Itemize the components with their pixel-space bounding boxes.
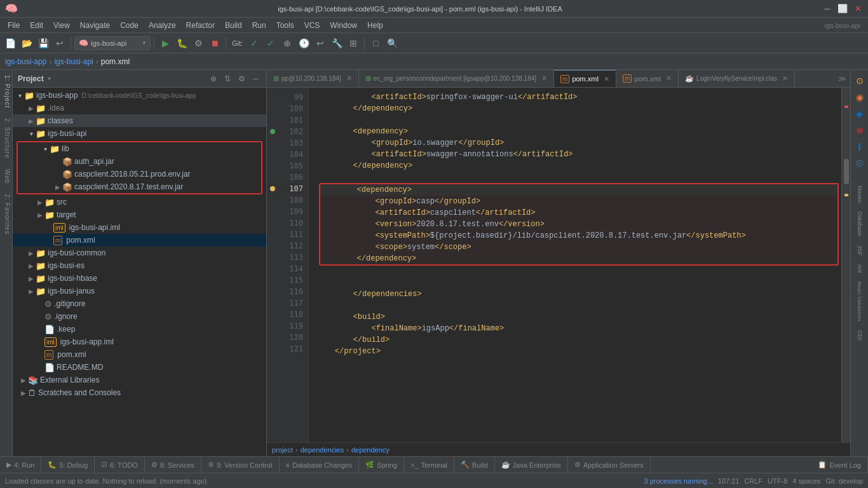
tree-igs-busi-api[interactable]: ▾ 📁 igs-busi-api [13, 127, 266, 140]
project-add-button[interactable]: ⊕ [208, 73, 219, 85]
tree-pom-xml-api[interactable]: m pom.xml [13, 234, 266, 247]
firefox-icon[interactable]: ◉ [853, 90, 867, 104]
project-settings-button[interactable]: ⚙ [236, 73, 247, 85]
tab-login[interactable]: ☕ LoginVeryfiyServiceImpl.clas ✕ [679, 70, 795, 87]
undo-button[interactable]: ↩ [52, 36, 67, 51]
breadcrumb-item-1[interactable]: igs-busi-app [5, 57, 46, 66]
terminal-button[interactable]: □ [368, 36, 383, 51]
processes-link[interactable]: 3 processes running... [644, 477, 712, 485]
menu-analyze[interactable]: Analyze [144, 18, 181, 33]
tab-login-close[interactable]: ✕ [782, 74, 788, 83]
tab-pom-active[interactable]: m pom.xml ✕ [554, 70, 616, 87]
status-indent[interactable]: 4 spaces [792, 477, 820, 485]
tree-igs-busi-janus[interactable]: ▶ 📁 igs-busi-janus [13, 285, 266, 297]
project-selector[interactable]: 🧠 igs-busi-api ▾ [74, 36, 151, 50]
search-button[interactable]: 🔍 [384, 36, 400, 51]
tab-pom2[interactable]: m pom.xml ✕ [616, 70, 679, 87]
btab-java-enterprise[interactable]: ☕Java Enterprise [495, 457, 568, 473]
tree-casp-2020-jar[interactable]: ▶ 📦 caspclient.2020.8.17.test.env.jar [18, 180, 261, 193]
code-content[interactable]: <artifactId>springfox-swagger-ui</artifa… [309, 88, 841, 442]
tab-pom-active-close[interactable]: ✕ [604, 75, 609, 83]
close-button[interactable]: ✕ [853, 4, 863, 14]
git-rollback-button[interactable]: ↩ [313, 36, 328, 51]
tree-igs-busi-common[interactable]: ▶ 📁 igs-busi-common [13, 247, 266, 259]
btab-run[interactable]: ▶4: Run [0, 457, 41, 473]
jsf-tab[interactable]: JSF [855, 241, 864, 259]
git-push-button[interactable]: ✓ [263, 36, 278, 51]
menu-vcs[interactable]: VCS [299, 18, 325, 33]
chrome-icon[interactable]: ⊙ [853, 74, 867, 88]
ebc-dependency[interactable]: dependency [351, 446, 390, 454]
debug-button[interactable]: 🐛 [174, 36, 189, 51]
git-history-button[interactable]: 🕐 [296, 36, 311, 51]
btab-db-changes[interactable]: ≡Database Changes [280, 457, 360, 473]
tree-app-iml[interactable]: iml igs-busi-app.iml [13, 336, 266, 348]
menu-edit[interactable]: Edit [25, 18, 48, 33]
run-config-button[interactable]: ⚙ [191, 36, 206, 51]
database-tab[interactable]: Database [855, 208, 864, 240]
run-button[interactable]: ▶ [158, 36, 173, 51]
btab-services[interactable]: ⚙8: Services [145, 457, 201, 473]
save-button[interactable]: 💾 [36, 36, 51, 51]
scroll-bar-area[interactable] [841, 88, 850, 442]
tab-db2[interactable]: ⊞ ec_org_personconndepartment [igsapp@10… [359, 70, 554, 87]
ie-icon[interactable]: ℹ [853, 140, 867, 154]
tree-ext-libs[interactable]: ▶ 📚 External Libraries [13, 374, 266, 386]
btab-event-log[interactable]: 📋Event Log [811, 457, 868, 473]
minimize-button[interactable]: ─ [822, 4, 832, 14]
tree-target[interactable]: ▶ 📁 target [13, 208, 266, 221]
menu-view[interactable]: View [48, 18, 75, 33]
stop-button[interactable]: ⏹ [207, 36, 222, 51]
tree-igs-busi-hbase[interactable]: ▶ 📁 igs-busi-hbase [13, 272, 266, 285]
git-branch-button[interactable]: ⊕ [280, 36, 295, 51]
btab-app-servers[interactable]: ⚙Application Servers [568, 457, 651, 473]
btab-build[interactable]: 🔨Build [454, 457, 494, 473]
tree-pom-xml-root[interactable]: m pom.xml [13, 348, 266, 361]
tree-auth-api-jar[interactable]: 📦 auth_api.jar [18, 155, 261, 168]
bean-validation-tab[interactable]: Bean Validation [855, 278, 864, 325]
project-minimize-button[interactable]: ─ [250, 73, 261, 85]
cdi-tab[interactable]: CDI [855, 327, 864, 344]
menu-help[interactable]: Help [362, 18, 388, 33]
tree-ignore[interactable]: ⚙ .ignore [13, 310, 266, 323]
menu-code[interactable]: Code [115, 18, 144, 33]
tab-web[interactable]: Web [0, 164, 12, 189]
btab-vcs[interactable]: ⑨9: Version Control [201, 457, 279, 473]
menu-file[interactable]: File [3, 18, 25, 33]
ebc-dependencies[interactable]: dependencies [301, 446, 344, 454]
open-button[interactable]: 📂 [19, 36, 34, 51]
status-linesep[interactable]: CRLF [744, 477, 763, 485]
safari-icon[interactable]: ⦾ [853, 156, 867, 170]
tree-scratches[interactable]: ▶ 🗒 Scratches and Consoles [13, 386, 266, 399]
git-update-button[interactable]: ✓ [247, 36, 262, 51]
tab-db1[interactable]: ⊞ pp@10.200.138.184] ✕ [267, 70, 359, 87]
tab-db1-close[interactable]: ✕ [346, 74, 352, 83]
tree-igs-busi-es[interactable]: ▶ 📁 igs-busi-es [13, 259, 266, 272]
tree-src[interactable]: ▶ 📁 src [13, 196, 266, 208]
maven-tab[interactable]: Maven [855, 182, 864, 207]
tab-overflow[interactable]: ≫ [834, 70, 850, 87]
breadcrumb-item-2[interactable]: igs-busi-api [54, 57, 93, 66]
tab-structure[interactable]: 2: Structure [0, 113, 12, 164]
tab-project[interactable]: 1: Project [0, 70, 12, 113]
menu-window[interactable]: Window [325, 18, 362, 33]
tab-db2-close[interactable]: ✕ [541, 74, 547, 83]
git-extra-button[interactable]: ⊞ [346, 36, 361, 51]
tab-pom2-close[interactable]: ✕ [666, 74, 672, 83]
tree-api-iml[interactable]: iml igs-busi-api.iml [13, 221, 266, 234]
tree-root[interactable]: ▾ 📁 igs-busi-app D:\cebbank-code\IGS_cod… [13, 89, 266, 102]
tree-casp-2018-jar[interactable]: 📦 caspclient.2018.05.21.prod.env.jar [18, 168, 261, 180]
edge-icon[interactable]: ◈ [853, 107, 867, 121]
tree-readme[interactable]: 📄 README.MD [13, 361, 266, 374]
menu-tools[interactable]: Tools [271, 18, 299, 33]
tree-classes[interactable]: ▶ 📁 classes [13, 114, 266, 127]
git-config-button[interactable]: 🔧 [329, 36, 344, 51]
ebc-project[interactable]: project [272, 446, 293, 454]
tree-idea[interactable]: ▶ 📁 .idea [13, 102, 266, 114]
btab-debug[interactable]: 🐛5: Debug [41, 457, 95, 473]
new-file-button[interactable]: 📄 [3, 36, 18, 51]
opera-icon[interactable]: ⊗ [853, 123, 867, 137]
tree-gitignore[interactable]: ⚙ .gitignore [13, 297, 266, 310]
ant-tab[interactable]: Ant [855, 261, 864, 277]
btab-todo[interactable]: ☑6: TODO [95, 457, 145, 473]
